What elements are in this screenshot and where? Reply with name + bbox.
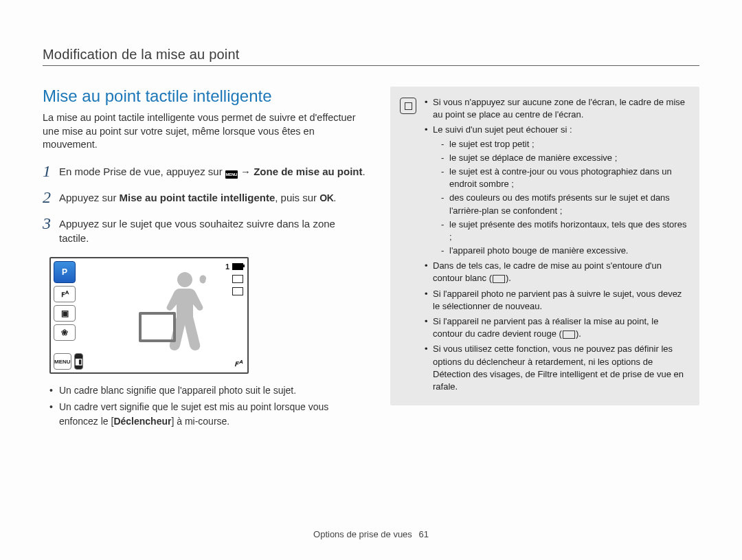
hint-item: Un cadre vert signifie que le sujet est … (49, 400, 366, 428)
note-text: Le suivi d'un sujet peut échouer si : (433, 124, 572, 135)
note-box: Si vous n'appuyez sur aucune zone de l'é… (390, 87, 699, 405)
note-icon (400, 98, 416, 114)
frame-rect-icon (493, 275, 505, 283)
camera-lcd-illustration: P ꜰᴬ ▣ ❀ MENU ◧ 1 (49, 257, 249, 374)
macro-icon: ❀ (54, 324, 76, 341)
step-text: Appuyez sur le sujet que vous souhaitez … (59, 216, 366, 247)
step-text: . (333, 192, 336, 203)
step-number: 2 (43, 189, 59, 205)
note-subitem: des couleurs ou des motifs présents sur … (441, 192, 687, 216)
gallery-icon: ◧ (74, 353, 83, 370)
intro-text: La mise au point tactile intelligente vo… (43, 111, 366, 152)
step-number: 3 (43, 215, 59, 247)
quality-icon (232, 287, 243, 295)
page-number: 61 (418, 529, 428, 539)
note-subitem: le sujet est à contre-jour ou vous photo… (441, 166, 687, 190)
step-bold: Zone de mise au point (254, 166, 362, 177)
divider (43, 65, 699, 66)
battery-icon (232, 263, 243, 270)
hint-item: Un cadre blanc signifie que l'appareil p… (49, 383, 366, 397)
note-subitem: le sujet présente des motifs horizontaux… (441, 219, 687, 243)
note-item: Dans de tels cas, le cadre de mise au po… (425, 260, 687, 284)
step-text: . (363, 166, 366, 177)
note-item: Si l'appareil ne parvient pas à réaliser… (425, 315, 687, 340)
note-item: Si vous utilisez cette fonction, vous ne… (425, 343, 687, 393)
mode-p-icon: P (54, 261, 76, 283)
menu-button-icon: MENU (54, 353, 71, 370)
note-text: Dans de tels cas, le cadre de mise au po… (433, 260, 662, 283)
note-text: ). (576, 328, 581, 339)
step-1: 1 En mode Prise de vue, appuyez sur MENU… (43, 164, 366, 179)
note-item: Le suivi d'un sujet peut échouer si : le… (425, 124, 687, 257)
step-text: , puis sur (275, 192, 319, 203)
note-body: Si vous n'appuyez sur aucune zone de l'é… (425, 96, 687, 396)
hint-text: ] à mi-course. (171, 416, 229, 427)
menu-icon: MENU (225, 170, 238, 179)
shot-counter: 1 (225, 262, 229, 271)
flash-auto-icon: ꜰᴬ (54, 286, 76, 302)
page-footer: Options de prise de vues 61 (0, 529, 742, 539)
step-text: Appuyez sur (59, 192, 120, 203)
af-area-icon: ▣ (54, 305, 76, 322)
step-text: → (240, 166, 254, 177)
step-number: 1 (43, 163, 59, 179)
focus-frame (139, 312, 176, 342)
note-subitem: le sujet se déplace de manière excessive… (441, 152, 687, 164)
note-subitem: le sujet est trop petit ; (441, 138, 687, 150)
frame-rect-icon (563, 331, 575, 339)
section-title: Mise au point tactile intelligente (43, 87, 366, 106)
step-list: 1 En mode Prise de vue, appuyez sur MENU… (43, 164, 366, 247)
step-bold: Mise au point tactile intelligente (120, 192, 276, 203)
note-subitem: l'appareil photo bouge de manière excess… (441, 245, 687, 257)
note-item: Si vous n'appuyez sur aucune zone de l'é… (425, 96, 687, 121)
ok-icon: OK (319, 191, 333, 205)
flash-indicator: ꜰᴬ (234, 359, 242, 368)
hint-list: Un cadre blanc signifie que l'appareil p… (43, 383, 366, 428)
note-text: Si l'appareil ne parvient pas à réaliser… (433, 316, 658, 339)
chapter-title: Modification de la mise au point (43, 47, 699, 63)
note-item: Si l'appareil photo ne parvient pas à su… (425, 288, 687, 313)
note-text: ). (506, 273, 511, 283)
step-text: En mode Prise de vue, appuyez sur (59, 166, 225, 177)
hint-bold: Déclencheur (113, 416, 171, 427)
step-3: 3 Appuyez sur le sujet que vous souhaite… (43, 216, 366, 247)
footer-section: Options de prise de vues (313, 529, 412, 539)
step-2: 2 Appuyez sur Mise au point tactile inte… (43, 190, 366, 205)
resolution-icon (232, 275, 243, 283)
